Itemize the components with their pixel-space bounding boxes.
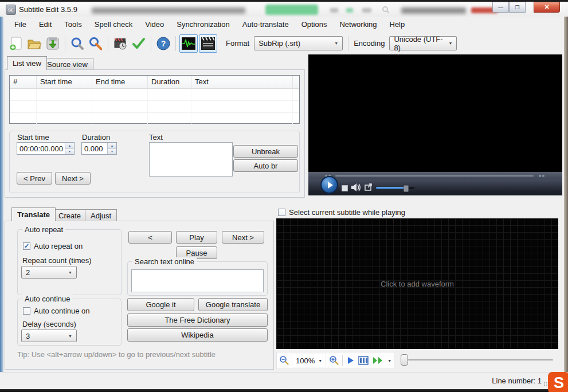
menu-auto-translate[interactable]: Auto-translate <box>236 17 295 33</box>
stop-button[interactable] <box>342 185 348 191</box>
duration-spinner[interactable]: 0.000 ▲ ▼ <box>81 142 117 155</box>
tab-list-view[interactable]: List view <box>7 56 47 70</box>
menu-help[interactable]: Help <box>383 17 412 33</box>
repeat-count-select[interactable]: 2 ▼ <box>21 266 77 279</box>
menu-spell-check[interactable]: Spell check <box>88 17 139 33</box>
waveform-placeholder[interactable]: Click to add waveform <box>381 280 454 288</box>
new-file-button[interactable] <box>7 35 25 52</box>
menu-synchronization[interactable]: Synchronization <box>170 17 236 33</box>
google-translate-button[interactable]: Google translate <box>198 298 268 311</box>
duration-label: Duration <box>82 133 110 142</box>
slider-thumb[interactable] <box>401 354 408 366</box>
replace-button[interactable] <box>87 35 104 52</box>
tab-translate[interactable]: Translate <box>11 207 56 221</box>
fast-forward-icon[interactable] <box>373 356 384 364</box>
visual-sync-button[interactable] <box>112 35 129 52</box>
tab-source-view[interactable]: Source view <box>41 58 93 70</box>
col-text[interactable]: Text <box>191 76 293 88</box>
col-duration[interactable]: Duration <box>148 76 191 88</box>
edit-groupbox: Start time 00:00:00.000 ▲ ▼ Duration 0.0… <box>9 131 300 193</box>
save-icon <box>45 36 60 51</box>
col-end-time[interactable]: End time <box>92 76 148 88</box>
menu-tools[interactable]: Tools <box>58 17 88 33</box>
spin-down-icon[interactable]: ▼ <box>108 149 116 155</box>
waveform-zoom-select[interactable]: 100% ▼ <box>292 354 326 367</box>
select-current-subtitle-checkbox[interactable] <box>278 209 285 216</box>
col-number[interactable]: # <box>10 76 37 88</box>
table-row <box>10 101 299 113</box>
delay-select[interactable]: 3 ▼ <box>21 330 77 342</box>
subtitle-table[interactable]: # Start time End time Duration Text <box>9 75 300 124</box>
chevron-down-icon[interactable]: ▼ <box>387 359 391 363</box>
volume-icon[interactable] <box>351 183 361 192</box>
columns-view-icon[interactable] <box>358 356 369 365</box>
col-start-time[interactable]: Start time <box>37 76 92 88</box>
zoom-in-icon[interactable] <box>329 355 339 366</box>
text-label: Text <box>149 133 163 142</box>
subtitle-text-input[interactable] <box>149 142 233 177</box>
svg-text:?: ? <box>161 39 166 48</box>
auto-continue-legend: Auto continue <box>22 295 73 303</box>
play-back-button[interactable]: < <box>128 231 172 244</box>
seek-track[interactable] <box>335 175 534 177</box>
blurred-watermark-text <box>92 7 245 14</box>
delay-value: 3 <box>26 332 30 340</box>
next-subtitle-button[interactable]: Next > <box>55 172 91 185</box>
table-header: # Start time End time Duration Text <box>10 76 299 89</box>
menu-file[interactable]: File <box>8 17 33 33</box>
start-time-spinner[interactable]: 00:00:00.000 ▲ ▼ <box>17 142 75 155</box>
play-next-button[interactable]: Next > <box>222 231 264 244</box>
video-player[interactable]: ◄◄ ►► <box>308 54 562 195</box>
chevron-down-icon: ▼ <box>68 271 72 275</box>
toggle-waveform-button[interactable] <box>179 34 198 53</box>
waveform-position-slider[interactable] <box>402 359 553 360</box>
menu-video[interactable]: Video <box>139 17 170 33</box>
menu-options[interactable]: Options <box>295 17 334 33</box>
waveform-area[interactable]: Click to add waveform <box>276 218 558 349</box>
seek-forward-icon[interactable]: ►► <box>538 174 545 178</box>
replace-icon <box>88 36 103 51</box>
open-file-button[interactable] <box>26 35 43 52</box>
table-row <box>10 113 299 124</box>
volume-slider[interactable] <box>376 187 414 189</box>
search-text-input[interactable] <box>131 269 264 292</box>
unbreak-button[interactable]: Unbreak <box>233 145 298 158</box>
auto-continue-checkbox[interactable] <box>23 307 30 315</box>
video-seek-bar[interactable]: ◄◄ ►► <box>308 172 562 179</box>
auto-br-button[interactable]: Auto br <box>233 159 298 172</box>
prev-subtitle-button[interactable]: < Prev <box>17 172 52 185</box>
chevron-down-icon: ▼ <box>318 359 322 363</box>
spin-down-icon[interactable]: ▼ <box>65 149 74 155</box>
close-button[interactable]: ✕ <box>534 2 560 13</box>
find-button[interactable] <box>69 35 86 52</box>
tab-create[interactable]: Create <box>53 209 87 221</box>
toggle-video-button[interactable] <box>199 34 217 53</box>
menu-edit[interactable]: Edit <box>33 17 58 33</box>
encoding-select[interactable]: Unicode (UTF-8) ▼ <box>389 36 457 50</box>
help-icon: ? <box>156 36 171 51</box>
tab-adjust[interactable]: Adjust <box>85 209 117 221</box>
save-button[interactable] <box>44 35 61 52</box>
zoom-out-icon[interactable] <box>279 355 289 366</box>
free-dictionary-button[interactable]: The Free Dictionary <box>127 313 268 327</box>
spinner-buttons: ▲ ▼ <box>65 143 74 154</box>
format-value: SubRip (.srt) <box>258 39 300 48</box>
minimize-button[interactable]: — <box>492 2 509 13</box>
menu-networking[interactable]: Networking <box>333 17 383 33</box>
maximize-button[interactable]: ❐ <box>509 2 526 13</box>
spin-up-icon[interactable]: ▲ <box>65 143 74 149</box>
fullscreen-icon[interactable] <box>365 183 373 191</box>
format-select[interactable]: SubRip (.srt) ▼ <box>254 36 343 50</box>
play-button[interactable] <box>320 176 338 194</box>
volume-knob[interactable] <box>404 185 409 192</box>
help-button[interactable]: ? <box>155 35 172 52</box>
play-current-button[interactable]: Play <box>176 231 217 244</box>
select-current-subtitle-label: Select current subtitle while playing <box>289 208 405 217</box>
auto-repeat-checkbox[interactable]: ✓ <box>23 242 30 250</box>
google-it-button[interactable]: Google it <box>127 298 194 311</box>
spin-up-icon[interactable]: ▲ <box>108 143 116 149</box>
wikipedia-button[interactable]: Wikipedia <box>127 328 268 342</box>
spell-check-button[interactable] <box>130 35 147 52</box>
waveform-play-icon[interactable] <box>348 357 354 364</box>
toolbar-separator <box>151 36 151 51</box>
